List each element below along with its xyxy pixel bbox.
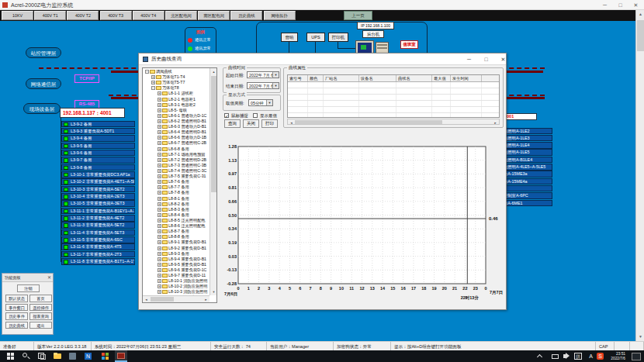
device-item[interactable] [501, 185, 552, 192]
start-date-select[interactable]: 2022年 7月 6日▼ [247, 71, 279, 78]
device-item[interactable]: L3-10-2 非常重要负荷A-4ET1~A-5ET1 [61, 178, 135, 185]
device-item[interactable]: 急照明A-1LE5 [501, 149, 552, 156]
volume-icon[interactable] [562, 352, 571, 360]
tree-expander-icon[interactable]: − [151, 86, 155, 90]
office-icon[interactable] [101, 352, 110, 360]
tree-expander-icon[interactable]: + [158, 119, 161, 123]
device-item[interactable]: 急照明A-B1LE4 [501, 157, 552, 164]
props-horizontal-scrollbar[interactable]: ◄ ► [287, 119, 500, 125]
tree-expander-icon[interactable]: + [158, 240, 161, 244]
app-icon-gray[interactable] [68, 352, 78, 360]
tab-历史曲线[interactable]: 历史曲线 [230, 11, 262, 20]
device-item[interactable]: 力A-6ME1 [501, 200, 552, 207]
tree-expander-icon[interactable]: + [158, 290, 161, 294]
panel-button-报表查询[interactable]: 报表查询 [29, 312, 52, 320]
dialog-maximize-icon[interactable]: □ [479, 53, 493, 65]
end-date-select[interactable]: 2022年 7月 6日▼ [247, 82, 279, 89]
mouse-snap-checkbox[interactable]: ✓鼠标捕捉 [224, 113, 248, 119]
tree-item[interactable]: +L8-6-4 普通照明D-B1 [144, 129, 209, 135]
tree-item[interactable]: +L8-8-8 备用 [144, 234, 209, 240]
tree-item[interactable]: +L8-9-1 重要负荷D-B1 [144, 240, 209, 245]
tree-item[interactable]: +L8-7-6 备用 [144, 179, 209, 184]
panel-button-事件窗口[interactable]: 事件窗口 [5, 304, 28, 312]
tree-item[interactable]: +L8-3-1 电容柜2 [144, 102, 209, 108]
tab-400V T3[interactable]: 400V T3 [100, 11, 132, 20]
tree-expander-icon[interactable]: + [158, 197, 161, 201]
tree-expander-icon[interactable]: + [158, 141, 161, 145]
tree-expander-icon[interactable]: + [158, 125, 161, 129]
tree-item[interactable]: +L8-6-6 普通动力D-1B [144, 135, 209, 140]
tree-expander-icon[interactable]: + [158, 180, 161, 184]
tree-expander-icon[interactable]: + [158, 153, 161, 157]
tree-expander-icon[interactable]: + [158, 279, 161, 283]
tree-vertical-scrollbar[interactable]: ▲ ▼ [209, 68, 216, 295]
tree-item[interactable]: +L8-9-7 重要负荷D-11 [144, 273, 209, 278]
close-button[interactable]: 关闭 [243, 119, 259, 128]
tree-item[interactable]: +L8-7-3 普通照明C-3B [144, 163, 209, 168]
tree-expander-icon[interactable]: + [151, 75, 155, 79]
column-header[interactable]: 发生时间 [451, 75, 482, 81]
device-item[interactable]: 力A-15ME3a [501, 171, 552, 178]
tree-expander-icon[interactable]: + [158, 91, 161, 95]
tray-expand-icon[interactable] [537, 354, 542, 360]
tree-expander-icon[interactable]: + [158, 164, 161, 167]
tree-item[interactable]: +L8-10-2 消防应急照明 [144, 284, 209, 289]
dialog-minimize-icon[interactable]: ─ [462, 53, 476, 65]
maximize-icon[interactable]: □ [613, 0, 628, 10]
tree-expander-icon[interactable]: + [158, 247, 161, 250]
previous-page-button[interactable]: 上一页 [344, 11, 372, 20]
tree-item[interactable]: +L8-9-5 重要负荷D-B1 [144, 262, 209, 267]
tree-item[interactable]: +L8-10-1 消防应急照明 [144, 278, 209, 284]
tree-item[interactable]: +L8-6-3 普通动力D-B1 [144, 124, 209, 129]
device-item[interactable]: L3-10-3 非常重要负荷A-5ET2 [61, 186, 135, 193]
device-item[interactable]: L3-10-4 非常重要负荷A-2ET3 [61, 193, 135, 200]
device-item[interactable]: L3-11-4 非常重要负荷A-5ET3 [61, 229, 135, 236]
device-item[interactable]: 急照明A-4LE5~A-5LE5 [501, 164, 552, 171]
tree-expander-icon[interactable]: + [158, 257, 161, 261]
tree-item[interactable]: +L8-9-6 重要负荷D-1C [144, 267, 209, 273]
device-item[interactable]: L3-11-3 非常重要负荷A-5ET2 [61, 222, 135, 229]
tree-item[interactable]: −调阅曲线 [144, 69, 209, 74]
tree-item[interactable]: +L8-8-5 泛光照明配电 [144, 218, 209, 223]
column-header[interactable]: 颜色 [308, 75, 324, 81]
tree-expander-icon[interactable]: + [158, 147, 161, 151]
interval-select[interactable]: 05分钟▼ [248, 99, 273, 106]
tree-expander-icon[interactable]: − [145, 70, 149, 74]
active-app-acrel[interactable] [115, 350, 127, 362]
device-item[interactable]: L3-11-5 非常重要负荷A-6SC [61, 236, 135, 243]
tree-item[interactable]: +L8-8-6 泛光照明配电 [144, 223, 209, 229]
tree-expander-icon[interactable]: + [158, 191, 161, 195]
query-button[interactable]: 查询 [224, 119, 241, 128]
tree-expander-icon[interactable]: + [158, 268, 161, 272]
device-item[interactable]: 急照明A-1LE4 [501, 142, 552, 149]
tree-item[interactable]: +L8-7-7 备用 [144, 184, 209, 190]
column-header[interactable]: 厂站名 [324, 75, 359, 81]
device-item[interactable]: 急照明A-1LE3 [501, 135, 552, 142]
function-panel-close-icon[interactable]: ✕ [47, 274, 51, 282]
tree-expander-icon[interactable]: + [158, 274, 161, 278]
tree-item[interactable]: +L8-9-4 重要负荷D-B1 [144, 257, 209, 262]
tab-北区配电间[interactable]: 北区配电间 [165, 11, 197, 20]
show-peak-checkbox[interactable]: 显示最值 [253, 113, 277, 119]
column-header[interactable]: 设备名 [359, 75, 396, 81]
app-icon-blue[interactable]: N [84, 352, 93, 360]
device-item[interactable]: L3-9-3 重要负荷A-5DT1 [61, 128, 135, 135]
tab-400V T2[interactable]: 400V T2 [67, 11, 99, 20]
tree-expander-icon[interactable]: + [158, 284, 161, 288]
column-header[interactable]: 索引号 [288, 75, 308, 81]
tree-item[interactable]: +L8-8-3 备用 [144, 207, 209, 212]
close-icon[interactable]: ✕ [628, 0, 643, 10]
column-header[interactable]: 最大值 [432, 75, 451, 81]
tree-item[interactable]: +L8-7-8 备用 [144, 190, 209, 195]
tree-expander-icon[interactable]: + [158, 114, 161, 118]
device-item[interactable]: L3-10-5 非常重要负荷A-3ET3 [61, 200, 135, 207]
scroll-down-icon[interactable]: ▼ [636, 333, 644, 341]
tree-item[interactable]: +L8-6-1 普通动力D-1C [144, 113, 209, 119]
panel-button-遥控操作[interactable]: 遥控操作 [29, 304, 52, 312]
print-button[interactable]: 打印 [261, 119, 278, 128]
device-item[interactable]: 急照明A-1LE2 [501, 128, 552, 135]
start-button-icon[interactable] [6, 352, 16, 360]
device-item[interactable]: L3-9-7 备用 [61, 157, 135, 164]
tree-item[interactable]: +L8-7-1 场地用电预留 [144, 152, 209, 157]
tree-expander-icon[interactable]: + [158, 158, 161, 162]
